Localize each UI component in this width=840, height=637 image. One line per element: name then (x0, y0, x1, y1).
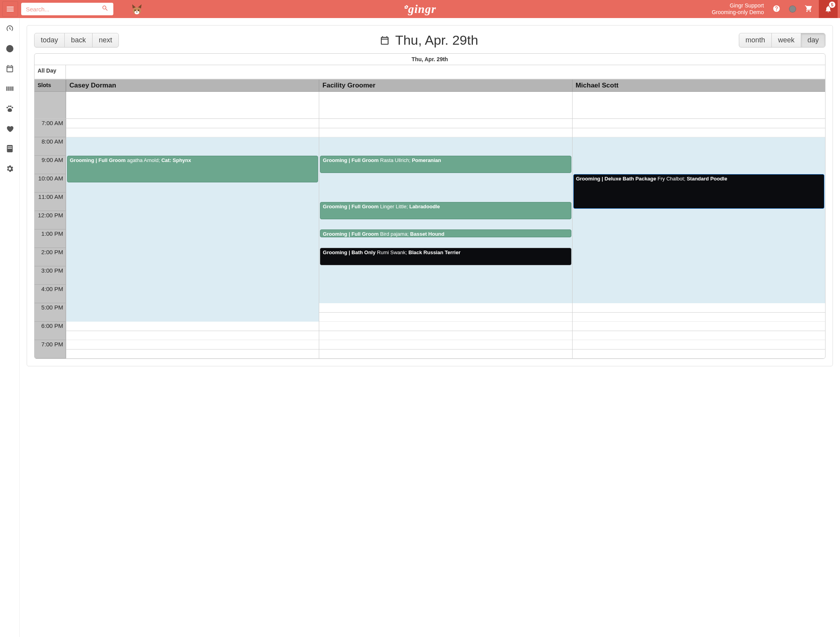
week-button[interactable]: week (772, 33, 801, 47)
calendar-card: today back next Thu, Apr. 29th month wee… (27, 25, 833, 366)
next-button[interactable]: next (93, 33, 118, 47)
back-button[interactable]: back (65, 33, 93, 47)
sidebar (0, 18, 20, 637)
hour-label: 9:00 AM (35, 156, 66, 174)
hour-label: 12:00 PM (35, 211, 66, 229)
svg-point-2 (135, 10, 136, 11)
hour-label: 5:00 PM (35, 303, 66, 322)
calendar-title-icon (380, 35, 390, 46)
paw-icon[interactable] (5, 104, 14, 114)
hour-label: 2:00 PM (35, 248, 66, 266)
slots-label: Slots (35, 80, 66, 91)
allday-cells (66, 65, 825, 79)
brand-logo: ✿gingr (404, 2, 436, 16)
clock-icon[interactable] (5, 44, 14, 54)
svg-point-8 (11, 107, 13, 108)
gear-icon[interactable] (5, 164, 14, 174)
day-button[interactable]: day (801, 33, 825, 47)
hour-label: 8:00 AM (35, 137, 66, 156)
status-dot-icon[interactable] (789, 5, 796, 13)
search-box (21, 3, 113, 15)
hour-label: 6:00 PM (35, 322, 66, 340)
resource-column-casey[interactable]: Grooming | Full Groom agatha Arnold; Cat… (66, 119, 319, 359)
hour-label: 7:00 PM (35, 340, 66, 359)
heart-icon[interactable] (5, 124, 14, 134)
svg-point-6 (8, 106, 9, 107)
svg-point-3 (138, 10, 139, 11)
hamburger-icon (7, 7, 14, 11)
mascot-icon (131, 3, 143, 15)
resource-column-facility[interactable]: Grooming | Full Groom Rasta Ullrich; Pom… (319, 119, 572, 359)
view-button-group: month week day (739, 33, 825, 47)
book-icon[interactable] (5, 144, 14, 154)
help-icon[interactable] (773, 5, 780, 14)
hour-label: 7:00 AM (35, 119, 66, 137)
hours-column: 7:00 AM8:00 AM9:00 AM10:00 AM11:00 AM12:… (35, 119, 66, 359)
appointment-event[interactable]: Grooming | Full Groom Rasta Ullrich; Pom… (320, 156, 571, 173)
notification-badge: 5 (829, 2, 835, 8)
account-label[interactable]: Gingr Support Grooming-only Demo (712, 2, 764, 16)
resource-header: Michael Scott (572, 80, 825, 91)
cart-icon[interactable] (805, 5, 813, 14)
svg-point-4 (136, 11, 138, 12)
menu-button[interactable] (2, 1, 18, 17)
top-bar: ✿gingr Gingr Support Grooming-only Demo … (0, 0, 840, 18)
barcode-icon[interactable] (5, 84, 14, 94)
allday-label: All Day (35, 65, 66, 79)
svg-point-5 (6, 107, 8, 108)
today-button[interactable]: today (35, 33, 65, 47)
nav-button-group: today back next (34, 33, 119, 47)
resource-header: Facility Groomer (319, 80, 572, 91)
svg-point-7 (10, 106, 11, 107)
appointment-event[interactable]: Grooming | Full Groom Linger Little; Lab… (320, 202, 571, 219)
search-icon[interactable] (102, 5, 109, 13)
date-header: Thu, Apr. 29th (35, 54, 825, 65)
appointment-event[interactable]: Grooming | Bath Only Rumi Swank; Black R… (320, 248, 571, 265)
hour-label: 10:00 AM (35, 174, 66, 193)
resource-header: Casey Dorman (66, 80, 319, 91)
hour-label: 1:00 PM (35, 229, 66, 248)
page-title: Thu, Apr. 29th (380, 33, 478, 48)
resource-column-michael[interactable]: Grooming | Deluxe Bath Package Fry Chalb… (572, 119, 825, 359)
notifications-button[interactable]: 5 (819, 0, 838, 18)
svg-point-1 (135, 11, 139, 15)
dashboard-icon[interactable] (5, 24, 14, 34)
month-button[interactable]: month (739, 33, 772, 47)
hour-label: 3:00 PM (35, 266, 66, 285)
calendar-icon[interactable] (5, 64, 14, 74)
appointment-event[interactable]: Grooming | Full Groom Bird pajama; Basse… (320, 229, 571, 237)
hour-label: 11:00 AM (35, 193, 66, 211)
search-input[interactable] (26, 6, 93, 13)
hour-label: 4:00 PM (35, 285, 66, 303)
appointment-event[interactable]: Grooming | Deluxe Bath Package Fry Chalb… (573, 174, 824, 209)
appointment-event[interactable]: Grooming | Full Groom agatha Arnold; Cat… (67, 156, 318, 182)
